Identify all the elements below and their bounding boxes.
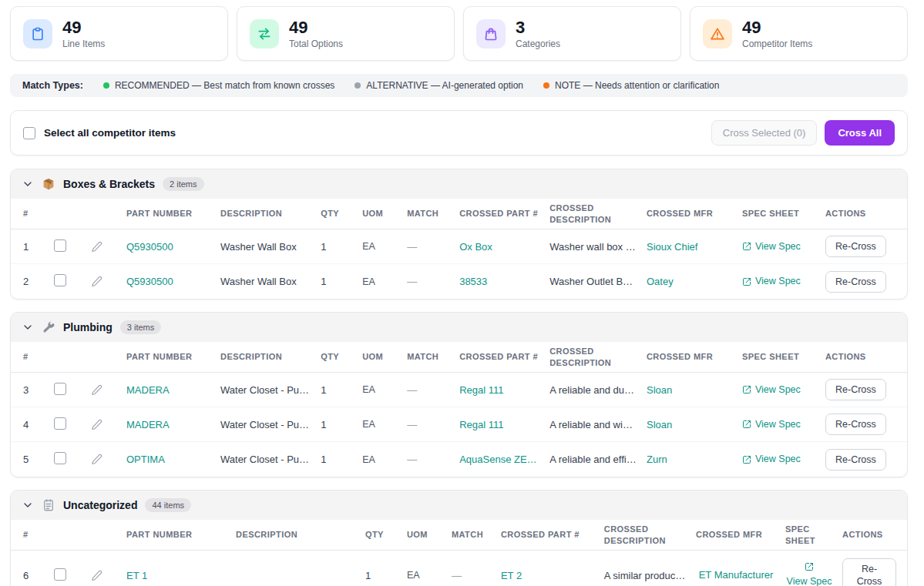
legend-text: NOTE — Needs attention or clarification — [555, 80, 719, 91]
uom-cell: EA — [362, 276, 398, 287]
view-spec-link[interactable]: View Spec — [785, 562, 833, 586]
chevron-down-icon[interactable] — [22, 499, 34, 511]
edit-pencil-icon[interactable] — [91, 241, 117, 253]
row-checkbox[interactable] — [54, 274, 66, 286]
match-cell: — — [407, 454, 450, 465]
crossed-part-link[interactable]: Regal 111 — [459, 384, 540, 396]
chevron-down-icon[interactable] — [22, 178, 34, 190]
recross-button[interactable]: Re-Cross — [825, 236, 886, 257]
checkbox-cell — [54, 274, 82, 289]
crossed-part-link[interactable]: Regal 111 — [459, 419, 540, 430]
column-header: CROSSED MFR — [647, 351, 733, 362]
part-number-link[interactable]: Q5930500 — [126, 241, 211, 253]
column-header: PART NUMBER — [126, 208, 211, 219]
match-types-legend: Match Types: RECOMMENDED — Best match fr… — [10, 74, 908, 97]
part-number-link[interactable]: MADERA — [126, 384, 211, 396]
view-spec-link[interactable]: View Spec — [742, 453, 816, 465]
column-header: MATCH — [452, 529, 492, 540]
part-number-link[interactable]: Q5930500 — [126, 276, 211, 287]
edit-cell — [91, 276, 117, 287]
view-spec-link[interactable]: View Spec — [742, 418, 816, 430]
edit-cell — [91, 241, 117, 253]
crossed-part-link[interactable]: ET 2 — [501, 570, 595, 581]
edit-cell — [91, 570, 117, 581]
checkbox-cell — [54, 417, 82, 432]
row-checkbox[interactable] — [54, 452, 66, 464]
crossed-part-link[interactable]: AquaSense ZER6000AV — [459, 454, 540, 465]
qty-cell: 1 — [321, 241, 353, 253]
recross-button[interactable]: Re-Cross — [842, 558, 896, 586]
column-header: CROSSED PART # — [501, 529, 595, 540]
legend-dot — [543, 82, 549, 89]
edit-pencil-icon[interactable] — [91, 570, 117, 581]
description-cell: Washer Wall Box — [220, 241, 311, 253]
crossed-part-link[interactable]: 38533 — [459, 276, 540, 287]
match-cell: — — [407, 419, 450, 430]
cross-selected-button[interactable]: Cross Selected (0) — [711, 120, 818, 146]
external-link-icon — [742, 385, 751, 394]
checkbox-cell — [54, 452, 82, 467]
row-checkbox[interactable] — [54, 417, 66, 430]
row-checkbox[interactable] — [54, 568, 66, 581]
crossed-mfr-link[interactable]: Oatey — [647, 276, 733, 287]
edit-cell — [91, 454, 117, 465]
crossed-mfr-link[interactable]: Sloan — [647, 419, 733, 430]
part-number-link[interactable]: OPTIMA — [126, 454, 211, 465]
recross-button[interactable]: Re-Cross — [825, 414, 886, 435]
section-title: Uncategorized — [63, 499, 137, 511]
page: 49 Line Items 49 Total Options 3 Categor… — [0, 0, 924, 586]
actions-cell: Re-Cross — [825, 449, 896, 470]
rows-container: 1 Q5930500 Washer Wall Box 1 EA — Ox Box… — [11, 229, 907, 299]
column-header: PART NUMBER — [126, 351, 211, 362]
stat-value: 49 — [742, 18, 812, 37]
crossed-mfr-link[interactable]: Sloan — [647, 384, 733, 396]
toolbar-buttons: Cross Selected (0) Cross All — [711, 120, 895, 146]
section-header[interactable]: Plumbing 3 items — [11, 313, 907, 342]
crossed-mfr-link[interactable]: Sioux Chief — [647, 241, 733, 253]
checkbox-cell — [54, 568, 82, 583]
stat-card: 3 Categories — [463, 6, 681, 61]
chevron-down-icon[interactable] — [22, 321, 34, 333]
column-header: PART NUMBER — [126, 529, 227, 540]
section-header[interactable]: Boxes & Brackets 2 items — [11, 169, 907, 199]
edit-pencil-icon[interactable] — [91, 419, 117, 430]
recross-button[interactable]: Re-Cross — [825, 449, 886, 470]
swap-arrows-icon — [250, 19, 279, 49]
column-header: SPEC SHEET — [742, 208, 816, 219]
cross-all-button[interactable]: Cross All — [825, 120, 895, 146]
column-header: CROSSED MFR — [696, 529, 776, 540]
uom-cell: EA — [362, 454, 398, 465]
match-cell: — — [407, 384, 450, 396]
column-header: CROSSED DESCRIPTION — [549, 203, 637, 225]
row-checkbox[interactable] — [54, 383, 66, 395]
row-checkbox[interactable] — [54, 239, 66, 252]
column-header: # — [23, 351, 45, 362]
qty-cell: 1 — [365, 570, 398, 581]
section-count-badge: 2 items — [163, 177, 203, 191]
crossed-part-link[interactable]: Ox Box — [459, 241, 540, 253]
table-header-row: #PART NUMBERDESCRIPTIONQTYUOMMATCHCROSSE… — [11, 342, 907, 373]
crossed-mfr-link[interactable]: ET Manufacturer — [696, 568, 776, 582]
part-number-link[interactable]: ET 1 — [126, 570, 227, 581]
view-spec-link[interactable]: View Spec — [742, 240, 816, 253]
qty-cell: 1 — [321, 384, 353, 396]
edit-pencil-icon[interactable] — [91, 276, 117, 287]
rows-container: 6 ET 1 1 EA — ET 2 A similar product in … — [11, 551, 907, 586]
recross-button[interactable]: Re-Cross — [825, 379, 886, 400]
actions-cell: Re-Cross — [825, 271, 896, 293]
crossed-mfr-link[interactable]: Zurn — [647, 454, 733, 465]
select-all-checkbox[interactable] — [23, 127, 35, 139]
view-spec-link[interactable]: View Spec — [742, 275, 816, 287]
column-header: CROSSED MFR — [647, 208, 733, 219]
edit-pencil-icon[interactable] — [91, 454, 117, 465]
edit-pencil-icon[interactable] — [91, 384, 117, 396]
uom-cell: EA — [362, 384, 398, 395]
view-spec-link[interactable]: View Spec — [742, 383, 816, 396]
section-header[interactable]: Uncategorized 44 items — [11, 491, 907, 520]
part-number-link[interactable]: MADERA — [126, 419, 211, 430]
column-header: CROSSED DESCRIPTION — [604, 524, 687, 546]
view-spec-text: View Spec — [755, 240, 801, 253]
column-header: QTY — [321, 351, 353, 362]
recross-button[interactable]: Re-Cross — [825, 271, 886, 293]
column-header: UOM — [362, 351, 398, 362]
